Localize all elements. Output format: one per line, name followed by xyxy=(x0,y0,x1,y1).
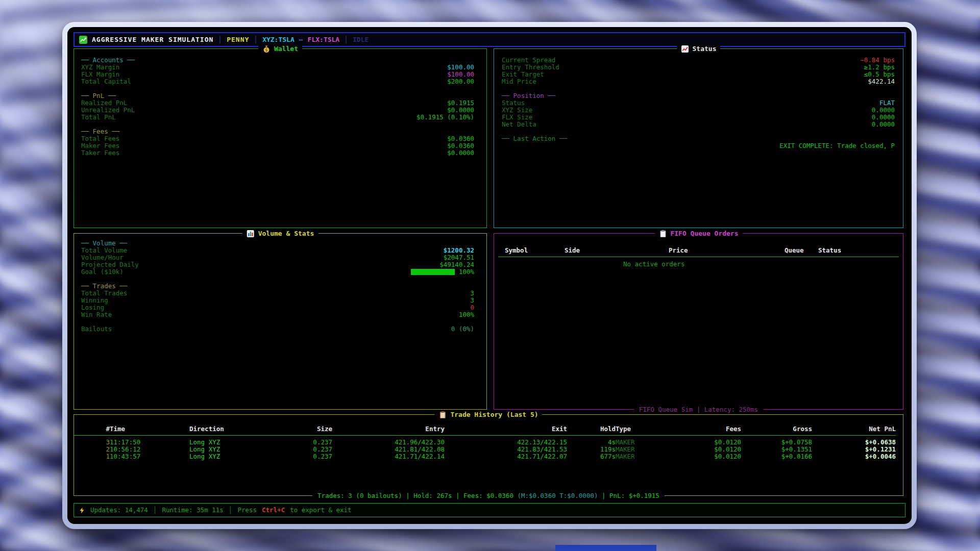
wallet-row: Total PnL$0.1915 (0.10%) xyxy=(81,114,474,121)
history-header-row: # Time Direction Size Entry Exit Hold Ty… xyxy=(74,425,896,436)
ctrl-c-key: Ctrl+C xyxy=(262,507,285,514)
exit-hint-prefix: Press xyxy=(237,507,257,514)
app-chart-icon xyxy=(79,36,87,44)
status-row: Net Delta0.0000 xyxy=(502,121,895,128)
svg-text:$: $ xyxy=(265,48,268,53)
pnl-section-header: ── PnL ── xyxy=(81,92,474,99)
trades-row: Losing0 xyxy=(81,304,474,311)
fifo-header-divider xyxy=(498,257,899,257)
col-type: Type xyxy=(616,425,697,436)
status-panel: Status Current Spread−0.84 bps Entry Thr… xyxy=(494,48,903,228)
status-row: Entry Threshold≥1.2 bps xyxy=(502,64,895,71)
bar-chart-icon xyxy=(247,230,255,238)
col-entry: Entry xyxy=(332,425,445,436)
fifo-col-queue: Queue xyxy=(785,247,804,254)
fifo-queue-panel: FIFO Queue Orders Symbol Side Price Queu… xyxy=(494,233,903,410)
accounts-section-header: ── Accounts ── xyxy=(81,57,474,64)
col-size: Size xyxy=(263,425,332,436)
col-net-pnl: Net PnL xyxy=(812,425,896,436)
trade-history-table: # Time Direction Size Entry Exit Hold Ty… xyxy=(74,425,896,460)
status-row: Mid Price$422.14 xyxy=(502,78,895,85)
fifo-col-symbol: Symbol xyxy=(505,247,528,254)
runtime-label: Runtime: 35m 11s xyxy=(162,507,223,514)
wallet-row: Unrealized PnL$0.0000 xyxy=(81,107,474,114)
col-direction: Direction xyxy=(189,425,263,436)
notepad-icon xyxy=(438,411,447,419)
trade-row: 3 11:17:50 Long XYZ 0.237 421.96/422.30 … xyxy=(74,436,896,446)
chart-increasing-icon xyxy=(681,45,689,53)
col-time: Time xyxy=(110,425,189,436)
trades-row: Total Trades3 xyxy=(81,290,474,297)
wallet-row: Taker Fees$0.0000 xyxy=(81,149,474,157)
trade-history-panel: Trade History (Last 5) # Time Direction … xyxy=(74,414,903,496)
col-fees: Fees xyxy=(697,425,741,436)
pair-left-label: XYZ:TSLA xyxy=(262,36,295,43)
status-row: Exit Target≤0.5 bps xyxy=(502,71,895,78)
app-title: AGGRESSIVE MAKER SIMULATION xyxy=(92,36,213,43)
volume-row: Total Volume$1200.32 xyxy=(81,247,474,254)
wallpaper-blue-strip xyxy=(555,545,656,551)
lightning-icon xyxy=(79,507,85,514)
volume-stats-panel: Volume & Stats ── Volume ── Total Volume… xyxy=(74,233,487,410)
goal-row: Goal ($10k) 100% xyxy=(81,268,474,276)
wallet-row: Total Fees$0.0360 xyxy=(81,135,474,142)
wallet-row: Realized PnL$0.1915 xyxy=(81,99,474,107)
app-titlebar: AGGRESSIVE MAKER SIMULATION │ PENNY │ XY… xyxy=(74,32,905,47)
volume-panel-title: Volume & Stats xyxy=(242,230,318,238)
fifo-col-price: Price xyxy=(669,247,688,254)
col-hold: Hold xyxy=(567,425,616,436)
exit-hint-suffix: to export & exit xyxy=(290,507,351,514)
wallet-panel: $ Wallet ── Accounts ── XYZ Margin$100.0… xyxy=(74,48,487,228)
titlebar-separator: │ xyxy=(344,36,348,43)
status-bar: Updates: 14,474 │ Runtime: 35m 11s │ Pre… xyxy=(74,503,905,517)
last-action-value: EXIT COMPLETE: Trade closed, P xyxy=(502,142,895,149)
fifo-empty-message: No active orders xyxy=(623,261,903,268)
status-row: XYZ Size0.0000 xyxy=(502,107,895,114)
wallet-row: Maker Fees$0.0360 xyxy=(81,142,474,149)
fifo-col-status: Status xyxy=(818,247,841,254)
volume-row: Projected Daily$49140.24 xyxy=(81,261,474,268)
position-section-header: ── Position ── xyxy=(502,92,895,99)
status-panel-title: Status xyxy=(677,45,721,53)
bailouts-row: Bailouts0 (0%) xyxy=(81,325,474,333)
trades-section-header: ── Trades ── xyxy=(81,283,474,290)
status-row: StatusFLAT xyxy=(502,99,895,107)
state-label: IDLE xyxy=(353,36,369,43)
status-row: FLX Size0.0000 xyxy=(502,114,895,121)
fifo-footer-label: FIFO Queue Sim | Latency: 250ms xyxy=(634,406,763,413)
fees-section-header: ── Fees ── xyxy=(81,128,474,135)
trades-row: Winning3 xyxy=(81,297,474,304)
fifo-col-side: Side xyxy=(565,247,580,254)
goal-progress-bar xyxy=(411,269,455,275)
col-index: # xyxy=(74,425,110,436)
fifo-table-header: Symbol Side Price Queue Status xyxy=(494,247,903,254)
terminal-window[interactable]: AGGRESSIVE MAKER SIMULATION │ PENNY │ XY… xyxy=(62,22,917,529)
terminal-screen: AGGRESSIVE MAKER SIMULATION │ PENNY │ XY… xyxy=(67,27,912,524)
titlebar-separator: │ xyxy=(254,36,258,43)
trade-row: 1 10:43:57 Long XYZ 0.237 421.71/422.14 … xyxy=(74,453,896,460)
volume-row: Volume/Hour$2047.51 xyxy=(81,254,474,261)
trade-row: 2 10:56:12 Long XYZ 0.237 421.81/422.08 … xyxy=(74,446,896,453)
history-panel-title: Trade History (Last 5) xyxy=(434,411,542,419)
goal-percent: 100% xyxy=(459,268,474,276)
clipboard-icon xyxy=(658,230,667,238)
trades-row: Win Rate100% xyxy=(81,311,474,318)
pair-arrow: ↔ xyxy=(299,36,303,43)
pair-right-label: FLX:TSLA xyxy=(308,36,340,43)
status-row: Current Spread−0.84 bps xyxy=(502,57,895,64)
mode-badge: PENNY xyxy=(227,36,249,43)
fifo-panel-title: FIFO Queue Orders xyxy=(654,230,742,238)
wallet-panel-title: $ Wallet xyxy=(258,45,302,53)
volume-section-header: ── Volume ── xyxy=(81,240,474,247)
col-exit: Exit xyxy=(445,425,567,436)
wallet-row: FLX Margin$100.00 xyxy=(81,71,474,78)
col-gross: Gross xyxy=(741,425,812,436)
session-summary: Trades: 3 (0 bailouts) | Hold: 267s | Fe… xyxy=(312,492,665,499)
titlebar-separator: │ xyxy=(218,36,222,43)
money-bag-icon: $ xyxy=(262,45,271,53)
wallet-row: Total Capital$200.00 xyxy=(81,78,474,85)
updates-counter: Updates: 14,474 xyxy=(90,507,148,514)
last-action-section-header: ── Last Action ── xyxy=(502,135,895,142)
wallet-row: XYZ Margin$100.00 xyxy=(81,64,474,71)
